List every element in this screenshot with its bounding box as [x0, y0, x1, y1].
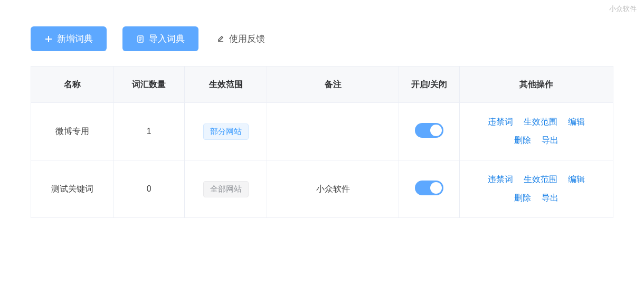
add-dictionary-button[interactable]: 新增词典 — [31, 26, 107, 51]
cell-toggle — [399, 160, 459, 218]
main-container: 新增词典 导入词典 使用反馈 名称 词汇数量 生效范围 备注 开启/关闭 其他操… — [0, 0, 644, 229]
delete-link[interactable]: 删除 — [514, 135, 531, 146]
enable-switch[interactable] — [415, 123, 443, 138]
export-link[interactable]: 导出 — [542, 193, 558, 204]
import-dictionary-label: 导入词典 — [149, 33, 185, 45]
feedback-label: 使用反馈 — [229, 33, 265, 45]
feedback-button[interactable]: 使用反馈 — [214, 26, 267, 51]
toolbar: 新增词典 导入词典 使用反馈 — [31, 26, 613, 51]
action-group: 违禁词生效范围编辑删除导出 — [476, 117, 597, 146]
header-scope: 生效范围 — [185, 67, 267, 103]
header-name: 名称 — [31, 67, 113, 103]
document-icon — [136, 35, 145, 43]
cell-scope: 部分网站 — [185, 103, 267, 160]
plus-icon — [44, 35, 53, 43]
cell-toggle — [399, 103, 459, 160]
banned-words-link[interactable]: 违禁词 — [488, 117, 513, 128]
scope-link[interactable]: 生效范围 — [524, 117, 557, 128]
scope-tag: 部分网站 — [203, 124, 249, 140]
cell-name: 测试关键词 — [31, 160, 113, 218]
enable-switch[interactable] — [415, 181, 443, 195]
action-group: 违禁词生效范围编辑删除导出 — [476, 174, 597, 204]
export-link[interactable]: 导出 — [542, 135, 558, 146]
cell-count: 0 — [113, 160, 185, 218]
add-dictionary-label: 新增词典 — [57, 33, 93, 45]
cell-name: 微博专用 — [31, 103, 113, 160]
scope-tag: 全部网站 — [203, 181, 249, 197]
header-note: 备注 — [267, 67, 399, 103]
dictionary-table: 名称 词汇数量 生效范围 备注 开启/关闭 其他操作 微博专用1部分网站违禁词生… — [31, 66, 613, 218]
scope-link[interactable]: 生效范围 — [524, 174, 557, 185]
cell-note: 小众软件 — [267, 160, 399, 218]
cell-ops: 违禁词生效范围编辑删除导出 — [459, 160, 613, 218]
delete-link[interactable]: 删除 — [514, 193, 531, 204]
header-toggle: 开启/关闭 — [399, 67, 459, 103]
cell-ops: 违禁词生效范围编辑删除导出 — [459, 103, 613, 160]
table-row: 测试关键词0全部网站小众软件违禁词生效范围编辑删除导出 — [31, 160, 613, 218]
cell-note — [267, 103, 399, 160]
table-row: 微博专用1部分网站违禁词生效范围编辑删除导出 — [31, 103, 613, 160]
header-count: 词汇数量 — [113, 67, 185, 103]
header-ops: 其他操作 — [459, 67, 613, 103]
watermark-text: 小众软件 — [609, 4, 637, 14]
cell-scope: 全部网站 — [185, 160, 267, 218]
banned-words-link[interactable]: 违禁词 — [488, 174, 513, 185]
edit-icon — [216, 35, 225, 43]
edit-link[interactable]: 编辑 — [568, 174, 585, 185]
import-dictionary-button[interactable]: 导入词典 — [122, 26, 198, 51]
cell-count: 1 — [113, 103, 185, 160]
edit-link[interactable]: 编辑 — [568, 117, 585, 128]
